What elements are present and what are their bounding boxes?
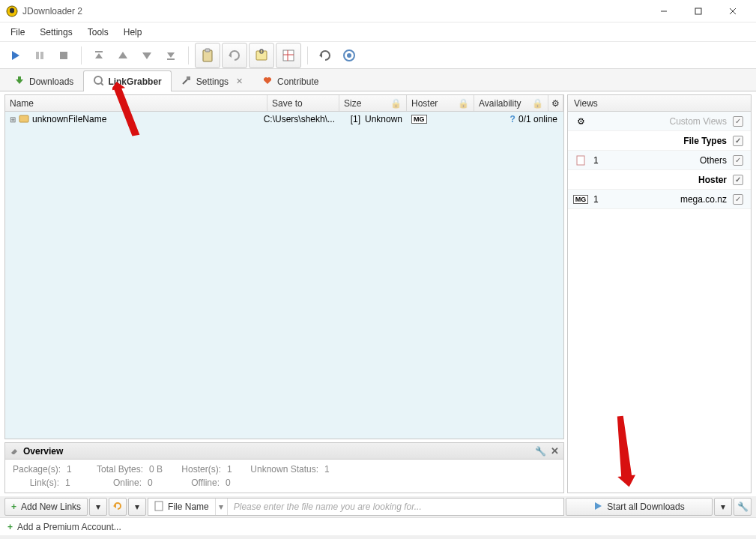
bottom-bar: + Add New Links ▾ ▾ File Name ▾ Start al… xyxy=(0,496,756,517)
tab-settings-label: Settings xyxy=(196,76,229,87)
reconnect-button[interactable] xyxy=(314,44,336,67)
svg-marker-12 xyxy=(142,52,151,59)
svg-rect-20 xyxy=(283,50,294,61)
chevron-down-icon: ▾ xyxy=(96,502,100,512)
tab-linkgrabber-label: LinkGrabber xyxy=(108,76,161,87)
views-mega-row[interactable]: MG 1 mega.co.nz xyxy=(568,190,751,209)
chunks-button[interactable] xyxy=(276,43,301,68)
close-tab-icon[interactable]: ✕ xyxy=(236,76,243,86)
checkbox[interactable] xyxy=(733,194,743,205)
question-icon: ? xyxy=(510,114,515,124)
menu-settings[interactable]: Settings xyxy=(32,24,79,40)
tab-contribute[interactable]: Contribute xyxy=(252,70,328,91)
svg-marker-13 xyxy=(167,52,175,58)
wrench-icon[interactable]: 🔧 xyxy=(535,446,546,457)
svg-rect-8 xyxy=(60,52,67,59)
play-button[interactable] xyxy=(4,44,27,67)
add-icon: + xyxy=(7,522,13,532)
menu-help[interactable]: Help xyxy=(116,24,150,40)
col-hoster[interactable]: Hoster🔒 xyxy=(407,95,474,111)
settings-icon xyxy=(181,75,192,88)
add-dropdown-button[interactable]: ▾ xyxy=(89,498,107,516)
search-mode-dropdown[interactable]: ▾ xyxy=(216,499,228,515)
tab-bar: Downloads LinkGrabber Settings ✕ Contrib… xyxy=(0,69,756,91)
menu-tools[interactable]: Tools xyxy=(80,24,116,40)
row-availability: 0/1 online xyxy=(518,114,557,124)
add-icon: + xyxy=(11,502,16,512)
start-all-downloads-button[interactable]: Start all Downloads xyxy=(566,498,713,516)
col-size[interactable]: Size🔒 xyxy=(339,95,407,111)
svg-rect-2 xyxy=(695,8,701,14)
premium-bar[interactable]: + Add a Premium Account... xyxy=(0,517,756,535)
checkbox[interactable] xyxy=(733,175,743,185)
file-icon xyxy=(574,155,587,166)
update-button[interactable] xyxy=(338,44,360,67)
ov-links: 1 xyxy=(65,478,76,488)
ov-hosters: 1 xyxy=(227,464,238,475)
ov-packages: 1 xyxy=(67,464,77,475)
restore-button[interactable] xyxy=(109,498,127,516)
app-logo-icon xyxy=(6,5,18,17)
config-button[interactable]: 🔧 xyxy=(734,498,752,516)
gear-icon: ⚙ xyxy=(551,98,560,109)
move-bottom-button[interactable] xyxy=(160,44,182,67)
move-up-button[interactable] xyxy=(112,44,134,67)
menu-file[interactable]: File xyxy=(3,24,32,40)
table-row[interactable]: ⊞ unknownFileName C:\Users\shekh\... [1]… xyxy=(5,112,563,127)
move-top-button[interactable] xyxy=(88,44,110,67)
col-saveto[interactable]: Save to xyxy=(267,95,339,111)
svg-rect-34 xyxy=(155,502,163,511)
file-icon xyxy=(154,501,163,514)
ov-online: 0 xyxy=(148,478,167,488)
start-dropdown-button[interactable]: ▾ xyxy=(714,498,732,516)
clipboard-monitor-button[interactable] xyxy=(195,43,220,68)
checkbox[interactable] xyxy=(733,136,743,146)
svg-rect-31 xyxy=(19,115,28,122)
gear-icon: ⚙ xyxy=(574,116,587,127)
checkbox[interactable] xyxy=(733,116,743,127)
ov-packages-label: Package(s): xyxy=(13,464,61,475)
expand-icon[interactable]: ⊞ xyxy=(10,115,16,124)
search-input[interactable] xyxy=(228,502,563,512)
restore-dropdown-button[interactable]: ▾ xyxy=(128,498,146,516)
close-overview-icon[interactable]: ✕ xyxy=(551,445,559,457)
wrench-icon[interactable] xyxy=(10,445,19,457)
stop-button[interactable] xyxy=(52,44,75,67)
col-availability[interactable]: Availability🔒 xyxy=(474,95,548,111)
hoster-badge: MG xyxy=(411,115,427,124)
svg-rect-18 xyxy=(256,51,267,60)
ov-hosters-label: Hoster(s): xyxy=(175,464,221,475)
add-new-links-button[interactable]: + Add New Links xyxy=(4,498,88,516)
tab-linkgrabber[interactable]: LinkGrabber xyxy=(83,70,171,91)
row-name: unknownFileName xyxy=(32,114,106,124)
maximize-button[interactable] xyxy=(681,0,716,22)
ov-unknown-label: Unknown Status: xyxy=(244,464,318,475)
overview-title: Overview xyxy=(23,446,63,457)
views-filetypes-header: File Types xyxy=(568,131,751,151)
ov-online-label: Online: xyxy=(82,478,142,488)
ov-unknown: 1 xyxy=(324,464,335,475)
svg-rect-7 xyxy=(40,52,43,59)
overview-panel: Overview 🔧 ✕ Package(s): 1 Total Bytes: … xyxy=(4,442,564,493)
lock-icon: 🔒 xyxy=(532,98,543,109)
checkbox[interactable] xyxy=(733,155,743,166)
views-custom-row[interactable]: ⚙ Custom Views xyxy=(568,112,751,131)
svg-marker-35 xyxy=(595,502,602,510)
svg-line-28 xyxy=(101,83,103,85)
close-button[interactable] xyxy=(716,0,750,22)
tab-downloads[interactable]: Downloads xyxy=(4,70,83,91)
pause-button[interactable] xyxy=(28,44,51,67)
tab-contribute-label: Contribute xyxy=(277,76,318,87)
tab-settings[interactable]: Settings ✕ xyxy=(172,70,252,91)
move-down-button[interactable] xyxy=(136,44,158,67)
views-others-row[interactable]: 1 Others xyxy=(568,151,751,170)
premium-toggle-button[interactable] xyxy=(249,43,274,68)
views-title: Views xyxy=(568,95,751,112)
col-name[interactable]: Name xyxy=(5,95,267,111)
auto-reconnect-button[interactable] xyxy=(222,43,247,68)
col-config-button[interactable]: ⚙ xyxy=(548,95,563,111)
ov-offline: 0 xyxy=(226,478,236,488)
titlebar: JDownloader 2 xyxy=(0,0,756,22)
restore-icon xyxy=(112,501,123,514)
minimize-button[interactable] xyxy=(647,0,681,22)
